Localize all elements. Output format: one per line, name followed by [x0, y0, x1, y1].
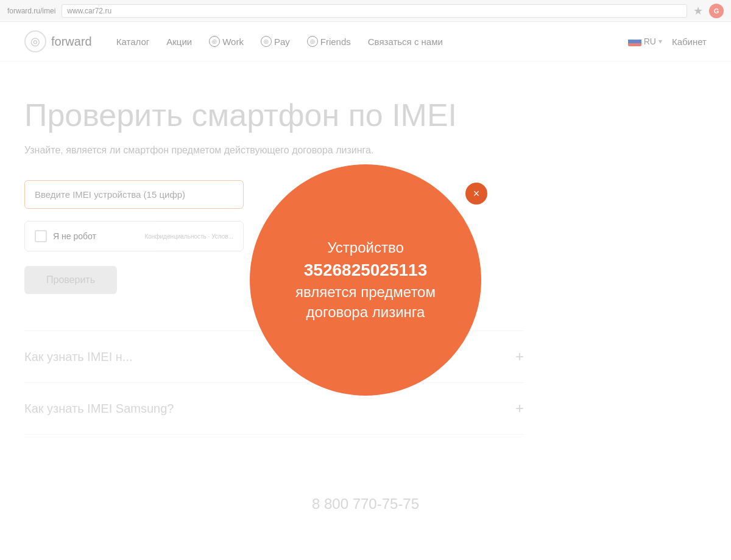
result-modal: × Устройство 3526825025113 является пред…: [250, 164, 481, 396]
modal-line-3: является предметом: [295, 282, 436, 303]
close-icon: ×: [473, 187, 480, 200]
modal-close-button[interactable]: ×: [465, 183, 487, 205]
modal-line-1: Устройство: [295, 237, 436, 258]
modal-overlay: × Устройство 3526825025113 является пред…: [0, 0, 731, 537]
modal-imei: 3526825025113: [295, 258, 436, 282]
modal-line-4: договора лизинга: [295, 302, 436, 323]
modal-content: Устройство 3526825025113 является предме…: [295, 237, 436, 323]
